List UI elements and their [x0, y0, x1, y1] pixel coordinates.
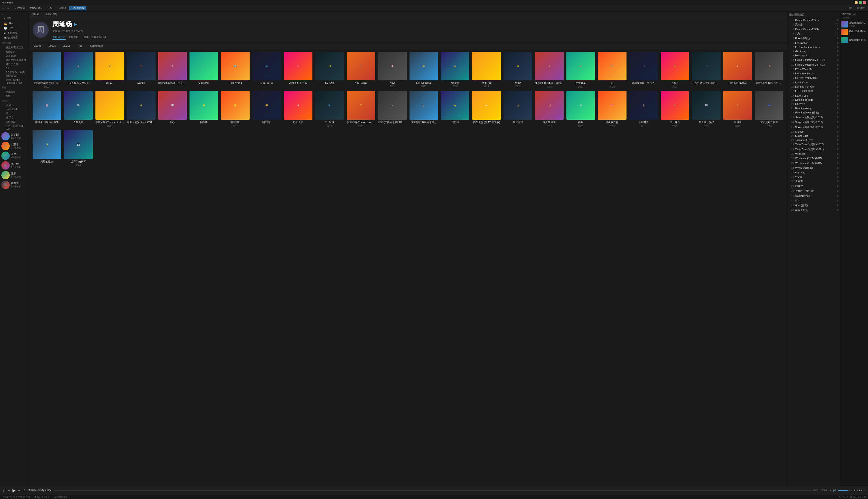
mini-panel-item[interactable]: 城城的月光梦 51: [841, 36, 868, 44]
song-list-item[interactable]: 8 Get Away 0 [787, 49, 840, 53]
sidebar-album[interactable]: 专辑 [0, 94, 29, 98]
artist-mei[interactable]: 梅 梅芳芳 63 张专辑 [0, 180, 29, 190]
album-item[interactable]: 💕 Longing For You [284, 52, 312, 88]
song-list-item[interactable]: 39 被我哼了四个曲/ 0 [787, 188, 840, 193]
back-button[interactable]: ← [2, 7, 5, 10]
sidebar-item-history[interactable]: 🕐 历史 [0, 26, 29, 31]
song-list-item[interactable]: 16 Longing For You 0 [787, 85, 840, 89]
artist-liu[interactable]: 刘 刘萌丰 74 张专辑 [0, 141, 29, 151]
song-list-item[interactable]: 5 Enola 伊洛拉 0 [787, 36, 840, 41]
album-item[interactable]: 😮 Wow 2007 [504, 52, 532, 88]
tab-similar-artists[interactable]: 相比的演出者 [92, 35, 107, 40]
album-item[interactable]: 🙄 翻白眼II [252, 91, 281, 127]
album-item[interactable]: 🔓 Unlock 2013 [441, 52, 469, 88]
album-item[interactable]: 🌌 若不是那次夜空 2015 [755, 91, 783, 127]
album-item[interactable]: 🚶 走流浪 2019 [723, 91, 752, 127]
tab-dj[interactable]: DJ·整理 [55, 6, 69, 10]
sidebar-smart-dj[interactable]: 智能DJ [0, 50, 29, 54]
song-list-item[interactable]: 35 With You 0 [787, 170, 840, 175]
sidebar-qq-playlist[interactable]: QQ音乐单：欧美热歌606首 [0, 70, 29, 78]
album-item[interactable]: 🎵 《如果我能做了算》试听版 2023 [33, 52, 61, 88]
tab-tags[interactable]: 标签 [84, 35, 89, 40]
song-list-item[interactable]: 21 Running Away 0 [787, 106, 840, 110]
sidebar-music-folder[interactable]: Music [0, 104, 29, 107]
song-list-item[interactable]: 12 If You Want Me 0 [787, 67, 840, 71]
locate-button[interactable]: 定位 [846, 6, 854, 10]
album-item[interactable]: 🔇 沉默的真相 网剧原声大碟 [755, 52, 783, 88]
prev-button[interactable]: ⏮ [8, 489, 11, 492]
filter-pop[interactable]: Pop [76, 44, 84, 48]
sidebar-drive-c[interactable]: 桌 (C:) [0, 115, 29, 120]
album-item[interactable]: ⏰ Now 2021 [378, 52, 407, 88]
song-list-item[interactable]: 37 爱好难 0 [787, 179, 840, 184]
song-list-item[interactable]: 18 Love & Life 0 [787, 94, 840, 98]
album-item[interactable]: 🎼 Not Typical [347, 52, 375, 88]
album-item[interactable]: 🎹 遗弃了的钢琴 2006 [64, 130, 93, 167]
album-item[interactable]: 🌍 Hello World [221, 52, 250, 88]
song-list-item[interactable]: 30 Time Zone 时间带 (2021) 0 [787, 147, 840, 152]
album-item[interactable]: ⚔ 剑来 (广播剧原名同声专辑) [378, 91, 407, 127]
album-item[interactable]: 🤝 With You 2014 [472, 52, 501, 88]
album-item[interactable]: 🙄 翻白眼 [190, 91, 218, 127]
song-list-item[interactable]: 9 Hello World 0 [787, 53, 840, 58]
song-list-item[interactable]: 28 Talk about Love 0 [787, 138, 840, 142]
city-button[interactable]: 城城城 [856, 6, 866, 10]
album-item[interactable]: 💌 亲爱的，你好 2020 [692, 91, 721, 127]
song-list-item[interactable]: 40 城城的月光梦 0 [787, 193, 840, 198]
song-list-item[interactable]: 4 北此... 3:2 [787, 31, 840, 36]
song-list-item[interactable]: 13 Leap Into the void 0 [787, 71, 840, 75]
sidebar-item-nowplaying[interactable]: ▶ 正在播放 [0, 31, 29, 35]
song-list-item[interactable]: 32 Whatever 新音乐 (2015) 0 [787, 156, 840, 161]
album-item[interactable]: 🎤 1st EP [95, 52, 124, 88]
tab-playing[interactable]: 正在播放 [12, 6, 27, 10]
album-item[interactable]: 🏙 歌唱北京 [284, 91, 312, 127]
close-button[interactable] [863, 1, 866, 4]
song-list-item[interactable]: 27 Super Girls 0 [787, 134, 840, 138]
song-list-item[interactable]: 22 Running Away (伴奏) 0 [787, 110, 840, 115]
sidebar-item-radio[interactable]: 📻 电台 [0, 21, 29, 26]
album-item[interactable]: 🌙 离开月球 [504, 91, 532, 127]
sidebar-playlist-browser[interactable]: 播放列表浏览器 [0, 45, 29, 50]
album-item[interactable]: 🌙 两人的月亮 2019 [535, 91, 564, 127]
song-list-item[interactable]: 41 标木 0 [787, 198, 840, 203]
tab-music[interactable]: 音乐 [45, 6, 55, 10]
filter-2000s[interactable]: 2000s [33, 44, 43, 48]
song-list-item[interactable]: 43 标木合唱版 0 [787, 208, 840, 213]
song-list-item[interactable]: 36 WOW 0 [787, 175, 840, 179]
sidebar-taylor[interactable]: Taylor Swift : Fearless (Plati [0, 78, 29, 85]
mini-panel-item[interactable]: 参加·月明演出演艺实况 1997 [841, 28, 868, 36]
song-list-item[interactable]: 42 标木 (伴奏) 0 [787, 203, 840, 208]
song-list-item[interactable]: 3 Dance Dance (2029) 0 [787, 27, 840, 31]
artist-yang[interactable]: 杨 杨千嬅 67 张专辑 [0, 160, 29, 170]
filter-2020s[interactable]: 2020s [62, 44, 72, 48]
song-list-item[interactable]: 34 Whatever(伴奏) 0 [787, 166, 840, 170]
song-list-item[interactable]: 38 的外观 0 [787, 184, 840, 188]
song-list-item[interactable]: 10 I Miss U Missing Me (三...) 0 [787, 58, 840, 62]
album-item[interactable]: 🙄 翻白眼III 2011 [221, 91, 250, 127]
song-list-item[interactable]: 26 Silence 0 [787, 130, 840, 134]
album-item[interactable]: ✈ Get Away [190, 52, 218, 88]
album-item[interactable]: 🐘 大象之歌 [64, 91, 93, 127]
sidebar-item-music[interactable]: ♪ 音乐 [0, 16, 29, 21]
album-item[interactable]: ❤ Dating Oneself一个人的约会 [158, 52, 187, 88]
stars-rating[interactable]: ★★★★☆ [854, 489, 865, 492]
mini-panel-item[interactable]: 城城的·城城的·月光 许美静 [841, 20, 868, 28]
song-list-item[interactable]: 23 Season 地洗送我 (2015) 0 [787, 115, 840, 120]
artist-play-button[interactable]: ▶ [74, 22, 77, 27]
album-item[interactable]: ✨ 闪烁的魔法 [33, 130, 61, 167]
forward-button[interactable]: → [7, 7, 10, 10]
shuffle-button[interactable]: ⇄ [3, 489, 5, 492]
album-item[interactable]: ⏳ 片刻时光 2015 [629, 91, 658, 127]
album-item[interactable]: ☀ 不感之夏 电视剧原声大碟 [692, 52, 721, 88]
sidebar-library[interactable]: 库 [0, 111, 29, 115]
sidebar-top25[interactable]: 播最爱的25首曲目 [0, 58, 29, 62]
minimize-button[interactable] [855, 1, 858, 4]
album-item[interactable]: 🐟 I, 鱼, 鱼, 镇 [252, 52, 281, 88]
album-item[interactable]: 🎊 欢迎光临 (You Are Welcome) 2021 [347, 91, 375, 127]
song-list-item[interactable]: 31 Villanelle 0 [787, 152, 840, 156]
filter-2010s[interactable]: 2010s [47, 44, 57, 48]
album-item[interactable]: 🎸 【贝壳音乐·环绕5.1】 [64, 52, 93, 88]
song-list-item[interactable]: 20 Oh Yes!! 0 [787, 102, 840, 106]
song-list-item[interactable]: 6 Fascination 0 [787, 41, 840, 45]
song-list-item[interactable]: 24 Season 地洗送我 (2016) 0 [787, 120, 840, 125]
